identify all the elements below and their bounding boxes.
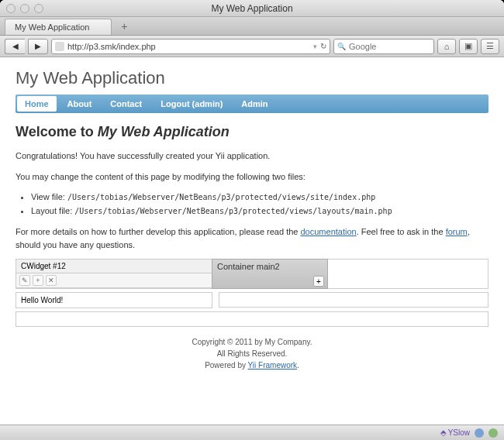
page-footer: Copyright © 2011 by My Company. All Righ… <box>16 336 488 371</box>
nav-admin[interactable]: Admin <box>232 95 277 113</box>
search-engine-icon[interactable]: 🔍 <box>337 43 346 50</box>
status-bar: ⬘ YSlow <box>0 425 504 440</box>
empty-row <box>16 311 488 327</box>
browser-tab[interactable]: My Web Application <box>5 19 112 35</box>
add-icon[interactable]: + <box>33 275 43 286</box>
tab-bar: My Web Application + <box>0 17 504 36</box>
minimize-icon[interactable] <box>20 4 29 13</box>
hello-widget: Hello World! <box>16 292 212 308</box>
nav-home[interactable]: Home <box>17 96 57 112</box>
list-item: View file: /Users/tobias/Webserver/NetBe… <box>31 191 488 205</box>
rss-icon[interactable]: ▾ <box>313 43 317 50</box>
cwidget-box: CWidget #12 ✎ + ✕ <box>16 259 212 289</box>
traffic-lights <box>6 4 43 13</box>
documentation-link[interactable]: documentation <box>301 227 357 236</box>
url-bar[interactable]: ▾ ↻ <box>51 39 330 54</box>
container-main2: Container main2 + <box>212 259 328 289</box>
widget-row-2: Hello World! <box>16 292 488 308</box>
search-bar[interactable]: 🔍 <box>333 39 434 54</box>
favicon-icon <box>55 42 64 51</box>
container-main2-title: Container main2 <box>212 260 327 273</box>
titlebar: My Web Application <box>0 0 504 17</box>
edit-icon[interactable]: ✎ <box>19 275 30 286</box>
page-content: My Web Application Home About Contact Lo… <box>0 57 504 425</box>
empty-widget-side <box>219 292 488 308</box>
welcome-heading: Welcome to My Web Application <box>16 124 488 140</box>
url-input[interactable] <box>67 42 310 51</box>
new-tab-button[interactable]: + <box>115 17 133 35</box>
app-title: My Web Application <box>16 68 488 88</box>
congrats-text: Congratulations! You have successfully c… <box>16 150 488 163</box>
list-item: Layout file: /Users/tobias/Webserver/Net… <box>31 205 488 218</box>
close-icon[interactable] <box>6 4 16 13</box>
container-add-icon[interactable]: + <box>313 276 324 287</box>
rights-text: All Rights Reserved. <box>16 348 488 359</box>
window-title: My Web Application <box>0 3 504 14</box>
browser-window: My Web Application My Web Application + … <box>0 0 504 440</box>
back-button[interactable]: ◀ <box>5 39 25 54</box>
nav-contact[interactable]: Contact <box>101 95 151 113</box>
zoom-icon[interactable] <box>34 4 43 13</box>
tab-label: My Web Application <box>15 22 89 32</box>
empty-widget-right <box>327 259 488 289</box>
main-nav: Home About Contact Logout (admin) Admin <box>16 95 488 113</box>
toolbar: ◀ ▶ ▾ ↻ 🔍 ⌂ ▣ ☰ <box>0 36 504 57</box>
more-details-text: For more details on how to further devel… <box>16 225 488 251</box>
forward-button[interactable]: ▶ <box>28 39 48 54</box>
yslow-icon: ⬘ <box>440 428 447 437</box>
nav-about[interactable]: About <box>58 95 102 113</box>
yslow-indicator[interactable]: ⬘ YSlow <box>440 428 470 437</box>
delete-icon[interactable]: ✕ <box>46 275 57 286</box>
status-icon-1[interactable] <box>475 428 484 438</box>
powered-by: Powered by Yii Framework. <box>16 359 488 371</box>
copyright-text: Copyright © 2011 by My Company. <box>16 336 488 348</box>
status-icon-2[interactable] <box>488 428 498 438</box>
yii-link[interactable]: Yii Framework <box>248 361 298 370</box>
reload-icon[interactable]: ↻ <box>320 42 326 50</box>
nav-logout[interactable]: Logout (admin) <box>151 95 232 113</box>
files-list: View file: /Users/tobias/Webserver/NetBe… <box>31 191 488 218</box>
home-button[interactable]: ⌂ <box>437 39 456 54</box>
sidebar-button[interactable]: ☰ <box>481 39 499 54</box>
modify-intro: You may change the content of this page … <box>16 170 488 184</box>
cwidget-toolbar: ✎ + ✕ <box>16 273 212 288</box>
forum-link[interactable]: forum <box>446 227 468 236</box>
widget-row-1: CWidget #12 ✎ + ✕ Container main2 + <box>16 259 488 289</box>
bookmark-button[interactable]: ▣ <box>459 39 478 54</box>
hello-text: Hello World! <box>16 293 212 308</box>
cwidget-header: CWidget #12 <box>16 260 212 273</box>
